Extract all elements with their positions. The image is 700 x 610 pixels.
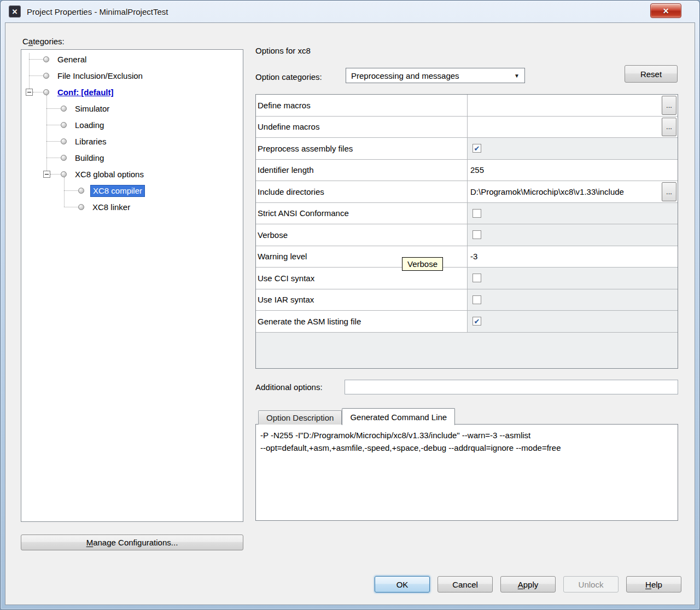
checkbox-unchecked-icon[interactable] [472, 295, 481, 304]
tree-connector-line [46, 158, 61, 158]
tree-item-label: XC8 compiler [90, 185, 145, 197]
tab-option-description[interactable]: Option Description [258, 410, 342, 425]
tree-connector-line [46, 141, 61, 142]
unlock-button[interactable]: Unlock [563, 576, 619, 592]
tree-item-building[interactable]: Building [21, 149, 243, 166]
help-button[interactable]: Help [626, 576, 681, 592]
checkbox-unchecked-icon[interactable] [472, 230, 481, 239]
option-row-identifier-length: Identifier length255 [256, 160, 678, 182]
app-logo-x-icon: ✕ [12, 8, 18, 16]
option-label: Define macros [256, 95, 468, 116]
command-line-text: --opt=default,+asm,+asmfile,-speed,+spac… [260, 441, 673, 454]
option-text-input[interactable]: -3 [468, 246, 678, 268]
tree-node-icon [43, 73, 49, 79]
cancel-button[interactable]: Cancel [438, 576, 493, 592]
option-text-input[interactable]: D:\Programok\Microchip\xc8\v1.33\include [468, 181, 661, 202]
tree-item-label: XC8 linker [90, 201, 132, 213]
tree-node-icon [61, 122, 67, 128]
option-row-define-macros: Define macros... [256, 95, 678, 117]
option-row-warning-level: Warning level-3 [256, 246, 678, 268]
verbose-tooltip: Verbose [402, 257, 443, 271]
option-value-cell [468, 203, 678, 224]
tree-connector-line [50, 174, 61, 175]
titlebar[interactable]: ✕ Project Properties - MinimalProjectTes… [1, 1, 699, 22]
checkbox-unchecked-icon[interactable] [472, 209, 481, 218]
option-label: Preprocess assembly files [256, 138, 468, 159]
tree-item-general[interactable]: General [21, 51, 243, 67]
tree-item-label: File Inclusion/Exclusion [55, 70, 145, 82]
tree-connector-line [33, 92, 44, 92]
categories-tree[interactable]: GeneralFile Inclusion/ExclusionConf: [de… [21, 49, 243, 522]
tree-connector-line [64, 207, 79, 207]
option-label: Use IAR syntax [256, 289, 468, 311]
additional-options-input[interactable] [345, 380, 678, 394]
option-value-cell: ... [468, 117, 678, 138]
browse-button[interactable]: ... [662, 96, 676, 115]
manage-configurations-button[interactable]: Manage Configurations... [21, 535, 243, 550]
option-categories-dropdown[interactable]: Preprocessing and messages ▼ [346, 68, 525, 83]
tree-item-label: Loading [73, 119, 106, 131]
option-label: Include directories [256, 181, 468, 202]
option-row-preprocess-assembly-files: Preprocess assembly files✔ [256, 138, 678, 160]
tree-connector-line [29, 75, 44, 76]
window-title: Project Properties - MinimalProjectTest [27, 7, 168, 16]
tab-generated-command-line[interactable]: Generated Command Line [342, 408, 455, 425]
option-value-cell: -3 [468, 246, 678, 268]
reset-button[interactable]: Reset [625, 65, 678, 83]
collapse-toggle-icon[interactable] [43, 171, 50, 178]
tree-item-conf-default[interactable]: Conf: [default] [21, 84, 243, 100]
option-value-cell: D:\Programok\Microchip\xc8\v1.33\include… [468, 181, 678, 202]
option-row-strict-ansi-conformance: Strict ANSI Conformance [256, 203, 678, 225]
close-button[interactable]: ✕ [650, 3, 681, 18]
option-value-cell: 255 [468, 160, 678, 181]
checkbox-checked-icon[interactable]: ✔ [472, 317, 481, 326]
option-value-cell: ✔ [468, 311, 678, 332]
tree-item-simulator[interactable]: Simulator [21, 100, 243, 117]
dropdown-selected-value: Preprocessing and messages [351, 71, 514, 80]
tree-item-label: General [55, 54, 89, 66]
option-row-use-cci-syntax: Use CCI syntax [256, 268, 678, 289]
browse-button[interactable]: ... [662, 182, 676, 201]
apply-button[interactable]: Apply [500, 576, 556, 592]
checkbox-unchecked-icon[interactable] [472, 274, 481, 282]
option-value-cell: ... [468, 95, 678, 116]
option-row-undefine-macros: Undefine macros... [256, 117, 678, 138]
tree-item-xc8-linker[interactable]: XC8 linker [21, 199, 243, 215]
tree-connector-line [46, 125, 61, 125]
option-text-input[interactable] [468, 95, 661, 116]
option-label: Undefine macros [256, 117, 468, 138]
tree-item-loading[interactable]: Loading [21, 117, 243, 133]
checkbox-checked-icon[interactable]: ✔ [472, 144, 481, 153]
tree-item-libraries[interactable]: Libraries [21, 133, 243, 149]
ok-button[interactable]: OK [375, 576, 430, 592]
option-row-generate-the-asm-listing-file: Generate the ASM listing file✔ [256, 311, 678, 333]
tree-item-label: Conf: [default] [55, 86, 115, 98]
option-row-verbose: Verbose [256, 224, 678, 246]
option-label: Identifier length [256, 160, 468, 181]
collapse-toggle-icon[interactable] [26, 89, 33, 96]
project-properties-dialog: ✕ Project Properties - MinimalProjectTes… [0, 0, 700, 610]
tree-node-icon [61, 171, 67, 177]
table-filler [256, 333, 678, 369]
tree-item-label: Simulator [73, 103, 112, 115]
option-label: Generate the ASM listing file [256, 311, 468, 332]
tree-item-file-inclusion-exclusion[interactable]: File Inclusion/Exclusion [21, 67, 243, 84]
options-table: Define macros...Undefine macros...Prepro… [255, 94, 678, 369]
option-text-input[interactable]: 255 [468, 160, 678, 181]
tree-node-icon [61, 106, 67, 112]
option-label: Verbose [256, 224, 468, 246]
footer-buttons: OKCancelApplyUnlockHelp [375, 576, 681, 592]
close-icon: ✕ [663, 7, 669, 15]
tree-node-icon [78, 204, 84, 210]
tree-item-xc8-global-options[interactable]: XC8 global options [21, 166, 243, 182]
tree-item-xc8-compiler[interactable]: XC8 compiler [21, 182, 243, 199]
command-line-output[interactable]: -P -N255 -I"D:/Programok/Microchip/xc8/v… [255, 424, 678, 521]
app-icon: ✕ [9, 5, 21, 18]
option-text-input[interactable] [468, 117, 661, 138]
option-value-cell [468, 289, 678, 311]
option-value-cell [468, 224, 678, 246]
tree-item-label: Libraries [73, 136, 109, 148]
option-row-use-iar-syntax: Use IAR syntax [256, 289, 678, 311]
browse-button[interactable]: ... [662, 118, 676, 137]
tree-item-label: XC8 global options [73, 169, 146, 181]
